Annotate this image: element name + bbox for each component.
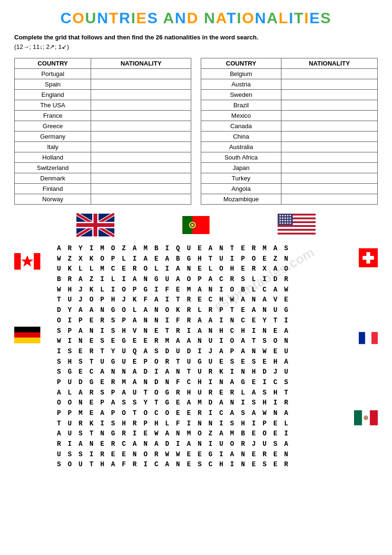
us-flag-icon (278, 213, 316, 237)
page-title: COUNTRIES AND NATIONALITIES (14, 9, 378, 27)
left-country-cell: Italy (15, 142, 91, 152)
switzerland-flag-icon (359, 248, 378, 267)
wordsearch-line: S P A N I S H V N E T R I A N H C H I N … (57, 326, 335, 337)
wordsearch-line: B R A Z I L I A N G U A O P A C R S L I … (57, 274, 335, 285)
svg-point-17 (287, 215, 289, 216)
left-table-row: Italy (15, 142, 191, 152)
svg-point-18 (289, 215, 291, 216)
svg-rect-40 (14, 338, 40, 343)
left-country-cell: France (15, 111, 91, 121)
svg-point-29 (280, 222, 281, 224)
portugal-flag-icon (182, 216, 210, 234)
svg-rect-36 (34, 253, 40, 270)
svg-point-27 (287, 220, 289, 221)
france-flag-icon (359, 329, 378, 347)
right-nationality-cell (281, 100, 377, 111)
left-table-row: England (15, 90, 191, 100)
right-nationality-cell (281, 152, 377, 163)
wordsearch-line: O I P E R S P A N N I F R A A I N C E Y … (57, 316, 335, 326)
right-nationality-cell (281, 121, 377, 132)
wordsearch-section: eslprintables.com A R Y I M O Z A M B I … (14, 244, 378, 470)
right-side-flags (354, 244, 378, 427)
right-nationality-cell (281, 79, 377, 90)
svg-rect-10 (278, 225, 316, 227)
right-table-row: China (201, 132, 378, 142)
left-table-row: Denmark (15, 173, 191, 184)
left-country-cell: England (15, 90, 91, 100)
svg-point-28 (289, 220, 291, 221)
flags-top-row (14, 213, 378, 237)
left-table: COUNTRY NATIONALITY PortugalSpainEngland… (14, 58, 191, 205)
right-nationality-cell (281, 90, 377, 100)
left-country-cell: Holland (15, 152, 91, 163)
wordsearch-line: U S S I R E E N O R W W E E G I A N E R … (57, 450, 335, 460)
svg-point-31 (284, 222, 286, 224)
svg-rect-45 (359, 332, 365, 344)
right-nationality-cell (281, 194, 377, 205)
right-country-cell: Austria (201, 79, 281, 90)
right-table-row: Brazil (201, 100, 378, 111)
right-country-cell: China (201, 132, 281, 142)
left-country-cell: Switzerland (15, 163, 91, 173)
canada-flag-icon (14, 253, 40, 270)
wordsearch-line: P P M E A P O T O C O E E R I C A S A W … (57, 408, 335, 419)
wordsearch-line: P U D G E R M A N D N F C H I N A G E I … (57, 377, 335, 388)
left-nationality-cell (91, 163, 191, 173)
right-country-cell: Canada (201, 121, 281, 132)
svg-rect-46 (372, 332, 378, 344)
svg-point-32 (287, 222, 289, 224)
left-nationality-cell (91, 69, 191, 79)
wordsearch-line: A R Y I M O Z A M B I Q U E A N T E R M … (57, 244, 335, 254)
right-country-cell: Angola (201, 184, 281, 194)
left-table-row: Switzerland (15, 163, 191, 173)
left-nationality-cell (91, 111, 191, 121)
left-country-cell: Norway (15, 194, 91, 205)
right-country-cell: Turkey (201, 173, 281, 184)
svg-point-21 (284, 217, 286, 219)
right-table: COUNTRY NATIONALITY BelgiumAustriaSweden… (201, 58, 378, 205)
left-nationality-cell (91, 90, 191, 100)
svg-point-33 (289, 222, 291, 224)
right-table-row: Canada (201, 121, 378, 132)
svg-point-50 (364, 415, 368, 420)
right-nationality-cell (281, 111, 377, 121)
wordsearch-line: T U R K I S H R P H L F I N N I S H I P … (57, 419, 335, 429)
left-nationality-cell (91, 121, 191, 132)
wordsearch-grid: A R Y I M O Z A M B I Q U E A N T E R M … (57, 244, 335, 470)
wordsearch-line: A L A R S P A U T O G R H U R E R L A S … (57, 388, 335, 398)
right-country-cell: Sweden (201, 90, 281, 100)
instructions: Complete the grid that follows and then … (14, 33, 378, 51)
wordsearch-line: A U S T N G R I E W A N M O Z A M B E O … (57, 429, 335, 439)
left-country-cell: Finland (15, 184, 91, 194)
right-table-row: Angola (201, 184, 378, 194)
left-table-row: France (15, 111, 191, 121)
wordsearch-line: S O U T H A F R I C A N E S C H I N E S … (57, 460, 335, 470)
mexico-flag-icon (354, 409, 378, 427)
svg-point-16 (284, 215, 286, 216)
right-country-cell: Mozambique (201, 194, 281, 205)
wordsearch-line: R I A N E R C A N A D I A N I U O R J U … (57, 439, 335, 450)
right-nationality-cell (281, 132, 377, 142)
left-table-row: Spain (15, 79, 191, 90)
svg-point-20 (282, 217, 283, 219)
germany-flag-icon (14, 327, 40, 343)
left-nationality-cell (91, 100, 191, 111)
wordsearch-line: D Y A A N G O L A N O K R L R P T E A N … (57, 305, 335, 316)
svg-point-26 (284, 220, 286, 221)
svg-rect-39 (14, 332, 40, 338)
right-table-row: Austria (201, 79, 378, 90)
right-nationality-cell (281, 69, 377, 79)
right-table-row: Japan (201, 163, 378, 173)
left-country-cell: Germany (15, 132, 91, 142)
wordsearch-line: I S E R T Y U Q A S D U D I J A P A N W … (57, 347, 335, 357)
svg-rect-11 (278, 229, 316, 231)
left-nationality-cell (91, 142, 191, 152)
right-table-row: Australia (201, 142, 378, 152)
left-country-cell: Portugal (15, 69, 91, 79)
left-country-cell: The USA (15, 100, 91, 111)
left-nationality-cell (91, 152, 191, 163)
svg-point-23 (289, 217, 291, 219)
left-table-nationality-header: NATIONALITY (91, 58, 191, 69)
left-nationality-cell (91, 173, 191, 184)
svg-point-14 (280, 215, 281, 216)
